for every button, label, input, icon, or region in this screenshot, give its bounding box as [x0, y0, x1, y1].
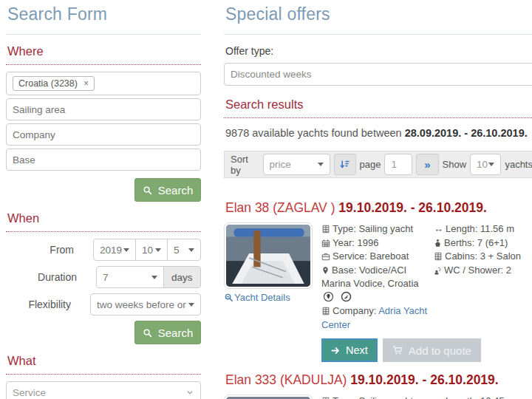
- service-select[interactable]: Service: [6, 381, 201, 399]
- building-icon: [321, 307, 330, 316]
- briefcase-icon: [321, 252, 330, 261]
- results-toolbar: Sort by price page » Show 10: [224, 151, 532, 178]
- yacht-title: Elan 333 (KADULJA) 19.10.2019. - 26.10.2…: [224, 372, 532, 388]
- sort-by-label: Sort by: [231, 154, 259, 176]
- offer-type-label: Offer type:: [224, 45, 532, 57]
- ledger-icon: [321, 225, 330, 233]
- page-label: page: [360, 159, 381, 170]
- service-value: Service: [13, 387, 46, 398]
- sailing-area-input[interactable]: [6, 98, 201, 120]
- when-search-button[interactable]: Search: [134, 321, 201, 344]
- search-form-title: Search Form: [6, 4, 201, 35]
- from-year-select[interactable]: 2019: [93, 239, 136, 261]
- where-heading: Where: [6, 44, 201, 65]
- spec-berths: Berths: 7 (6+1): [434, 236, 532, 250]
- from-month-select[interactable]: 10: [135, 239, 168, 261]
- double-chevron-right-icon: »: [424, 159, 430, 170]
- magnifier-icon: [224, 293, 233, 302]
- special-offers-panel: Special offers Offer type: Discounted we…: [224, 4, 532, 399]
- arrows-horizontal-icon: ↔: [434, 223, 443, 234]
- yacht-dates: 19.10.2019. - 26.10.2019.: [338, 200, 486, 215]
- caret-down-icon: [155, 248, 161, 252]
- spec-cabins: Cabins: 3 + Salon: [434, 250, 532, 264]
- country-input[interactable]: Croatia (3238) ×: [6, 72, 201, 95]
- from-day-select[interactable]: 5: [167, 239, 201, 261]
- show-label: Show: [443, 159, 467, 170]
- caret-down-icon: [188, 303, 194, 307]
- page-input[interactable]: [384, 154, 412, 175]
- from-year-value: 2019: [100, 245, 122, 256]
- spec-company: Company: Adria Yacht Center: [321, 304, 434, 332]
- results-summary: 9878 available yachts found between 28.0…: [224, 127, 532, 139]
- duration-select[interactable]: 7: [96, 266, 164, 288]
- yacht-name[interactable]: Elan 38 (ZAGLAV ): [225, 200, 338, 215]
- show-count-select[interactable]: 10: [470, 154, 501, 175]
- yacht-card: Yacht Details Type: Sailing yacht Year: …: [224, 222, 532, 362]
- pin-circle-icon[interactable]: [323, 291, 334, 302]
- sort-select[interactable]: price: [263, 154, 330, 175]
- results-summary-text: 9878 available yachts found between: [225, 127, 405, 139]
- duration-unit-addon: days: [163, 266, 201, 288]
- duration-label: Duration: [6, 271, 77, 283]
- yacht-dates: 19.10.2019. - 26.10.2019.: [350, 372, 498, 387]
- arrows-horizontal-icon: ↔: [434, 395, 443, 399]
- search-icon: [143, 328, 152, 338]
- next-button-label: Next: [346, 344, 368, 356]
- flexibility-select[interactable]: two weeks before or a: [90, 293, 201, 316]
- next-page-button[interactable]: »: [416, 154, 438, 175]
- offer-type-select[interactable]: Discounted weeks: [224, 63, 532, 86]
- spec-base: Base: Vodice/ACI Marina Vodice, Croatia: [321, 264, 434, 305]
- from-month-value: 10: [142, 245, 153, 256]
- spec-wc: WC / Shower: 2: [434, 264, 532, 278]
- search-icon: [143, 185, 152, 195]
- yacht-details-label: Yacht Details: [234, 292, 290, 303]
- yacht-photo[interactable]: [224, 395, 313, 399]
- country-tag[interactable]: Croatia (3238) ×: [13, 76, 95, 91]
- yacht-photo[interactable]: [224, 222, 313, 289]
- yacht-search-page: Search Form Where Croatia (3238) × Searc…: [0, 0, 532, 399]
- search-form-panel: Search Form Where Croatia (3238) × Searc…: [6, 4, 201, 399]
- base-input[interactable]: [6, 149, 201, 171]
- show-count-value: 10: [477, 159, 488, 170]
- duration-value: 7: [103, 272, 109, 283]
- ledger-icon: [434, 252, 443, 261]
- spec-service: Service: Bareboat: [321, 250, 434, 264]
- spec-type: Type: Sailing yacht: [321, 222, 434, 236]
- person-icon: [434, 239, 442, 248]
- arrow-right-icon: [331, 346, 341, 355]
- map-pin-icon: [321, 266, 330, 275]
- add-to-quote-label: Add to quote: [409, 344, 471, 357]
- remove-tag-icon[interactable]: ×: [83, 78, 89, 89]
- when-search-label: Search: [158, 327, 194, 339]
- add-to-quote-button[interactable]: Add to quote: [383, 338, 481, 362]
- results-summary-range: 28.09.2019. - 26.10.2019.: [405, 127, 528, 139]
- calendar-icon: [321, 239, 330, 248]
- where-search-button[interactable]: Search: [134, 178, 201, 202]
- compass-icon[interactable]: [341, 291, 352, 302]
- spec-type: Type: Sailing yacht: [321, 395, 434, 399]
- caret-down-icon: [188, 248, 194, 252]
- spec-length: ↔Length: 11.56 m: [434, 222, 532, 236]
- next-button[interactable]: Next: [321, 338, 378, 362]
- yacht-name[interactable]: Elan 333 (KADULJA): [225, 372, 350, 387]
- chevron-down-icon: [185, 388, 194, 397]
- spec-year: Year: 1996: [321, 236, 434, 250]
- when-heading: When: [6, 211, 201, 232]
- sort-direction-button[interactable]: [334, 154, 356, 175]
- caret-down-icon: [151, 276, 157, 279]
- from-label: From: [6, 244, 74, 256]
- caret-down-icon: [318, 163, 324, 166]
- what-heading: What: [6, 354, 201, 375]
- yacht-details-link[interactable]: Yacht Details: [224, 292, 290, 303]
- show-unit-label: yachts: [505, 159, 532, 170]
- country-tag-label: Croatia (3238): [18, 78, 78, 89]
- cart-icon: [392, 345, 403, 355]
- caret-down-icon: [123, 248, 129, 252]
- company-input[interactable]: [6, 123, 201, 146]
- caret-down-icon: [488, 163, 494, 166]
- flexibility-value: two weeks before or a: [97, 299, 188, 310]
- sort-value: price: [270, 159, 291, 170]
- spec-length: ↔Length: 10.45 m: [434, 395, 532, 399]
- yacht-title: Elan 38 (ZAGLAV ) 19.10.2019. - 26.10.20…: [224, 200, 532, 216]
- flexibility-label: Flexibility: [6, 299, 71, 310]
